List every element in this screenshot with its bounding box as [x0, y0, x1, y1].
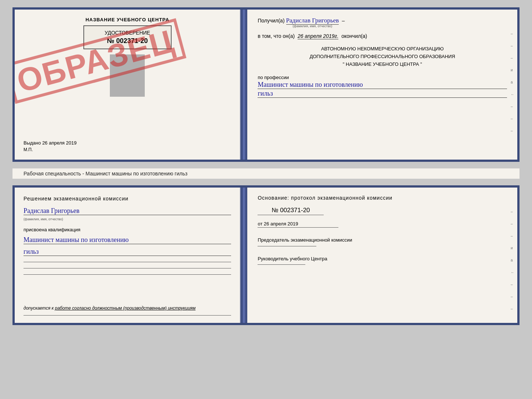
br-date-line: от 26 апреля 2019 [258, 221, 338, 228]
br-number: № 002371-20 [258, 207, 324, 215]
br-director: Руководитель учебного Центра [258, 255, 507, 265]
org-name: НАЗВАНИЕ УЧЕБНОГО ЦЕНТРА [346, 61, 419, 67]
fio-label-top: (фамилия, имя, отчество) [286, 24, 339, 28]
br-chairman-label: Председатель экзаменационной комиссии [258, 236, 507, 244]
dash: – [342, 18, 345, 24]
profession-label-top: по профессии [258, 75, 507, 80]
right-side-marks-top: – – – и а ← – – – [511, 32, 514, 133]
right-side-marks-bottom: – – – и а ← – – – [511, 210, 514, 311]
br-chairman-sign-line [258, 246, 316, 246]
bl-qualification-label: присвоена квалификация [24, 227, 231, 232]
org-line2: ДОПОЛНИТЕЛЬНОГО ПРОФЕССИОНАЛЬНОГО ОБРАЗО… [258, 53, 507, 61]
br-director-sign-line [258, 264, 305, 265]
date-value-top: 26 апреля 2019г. [298, 33, 338, 39]
bl-heading: Решением экзаменационной комиссии [24, 195, 231, 203]
br-heading: Основание: протокол экзаменационной коми… [258, 195, 507, 201]
bottom-left-page: Решением экзаменационной комиссии Радисл… [15, 188, 241, 323]
top-left-page: НАЗВАНИЕ УЧЕБНОГО ЦЕНТРА ОБРАЗЕЦ УДОСТОВ… [15, 10, 241, 160]
br-date-value: 26 апреля 2019 [264, 221, 298, 227]
br-date-prefix: от [258, 221, 262, 227]
bl-name-block: Радислав Григорьев (фамилия, имя, отчест… [24, 207, 231, 222]
issued-date-value: 26 апреля 2019 [42, 140, 77, 146]
bl-line1 [24, 262, 231, 262]
bl-admission: допускается к работе согласно должностны… [24, 306, 231, 311]
top-document: НАЗВАНИЕ УЧЕБНОГО ЦЕНТРА ОБРАЗЕЦ УДОСТОВ… [12, 7, 520, 162]
bl-fio-small: (фамилия, имя, отчество) [24, 217, 63, 221]
br-director-label: Руководитель учебного Центра [258, 255, 507, 263]
mp-label: М.П. [24, 147, 231, 152]
org-quote-open: " [343, 61, 345, 67]
cert-title: УДОСТОВЕРЕНИЕ [90, 30, 165, 36]
issued-label: Выдано [24, 140, 41, 146]
bl-qualification-value2: гильз [24, 248, 231, 256]
cert-number: № 002371-20 [90, 37, 165, 45]
top-right-page: Получил(а) Радислав Григорьев (фамилия, … [247, 10, 517, 160]
subtitle-text: Рабочая специальность - Машинист машины … [24, 171, 187, 177]
received-label: Получил(а) [258, 18, 284, 24]
bl-line3 [24, 274, 231, 275]
profession-value-top: Машинист машины по изготовлению [258, 81, 507, 89]
admission-value: работе согласно должностным (производств… [55, 306, 195, 311]
recipient-name: Радислав Григорьев [286, 17, 339, 25]
org-name-quote: " НАЗВАНИЕ УЧЕБНОГО ЦЕНТРА " [258, 61, 507, 68]
profession-value2-top: гильз [258, 90, 507, 98]
recipient-line: Получил(а) Радислав Григорьев (фамилия, … [258, 17, 507, 28]
bl-line2 [24, 268, 231, 268]
bottom-document: Решением экзаменационной комиссии Радисл… [12, 185, 520, 325]
admission-label: допускается к [24, 306, 54, 311]
photo-placeholder [110, 54, 145, 97]
br-chairman: Председатель экзаменационной комиссии [258, 236, 507, 246]
cert-box: УДОСТОВЕРЕНИЕ № 002371-20 [83, 25, 172, 49]
center-name-top: НАЗВАНИЕ УЧЕБНОГО ЦЕНТРА [24, 17, 231, 22]
date-prefix: в том, что он(а) [258, 33, 295, 39]
subtitle-bar: Рабочая специальность - Машинист машины … [12, 168, 520, 179]
issued-date: Выдано 26 апреля 2019 [24, 136, 231, 146]
bl-name: Радислав Григорьев [24, 207, 231, 215]
org-line1: АВТОНОМНУЮ НЕКОММЕРЧЕСКУЮ ОРГАНИЗАЦИЮ [258, 45, 507, 53]
spine-divider-bottom [241, 188, 247, 323]
date-line-top: в том, что он(а) 26 апреля 2019г. окончи… [258, 33, 507, 39]
spine-divider [241, 10, 247, 160]
org-quote-close: " [420, 61, 422, 67]
bottom-right-page: Основание: протокол экзаменационной коми… [247, 188, 517, 323]
bl-line4 [24, 315, 231, 316]
date-suffix: окончил(а) [341, 33, 367, 39]
org-block: АВТОНОМНУЮ НЕКОММЕРЧЕСКУЮ ОРГАНИЗАЦИЮ ДО… [258, 45, 507, 68]
profession-block-top: по профессии Машинист машины по изготовл… [258, 75, 507, 98]
bl-qualification-value: Машинист машины по изготовлению [24, 236, 231, 244]
